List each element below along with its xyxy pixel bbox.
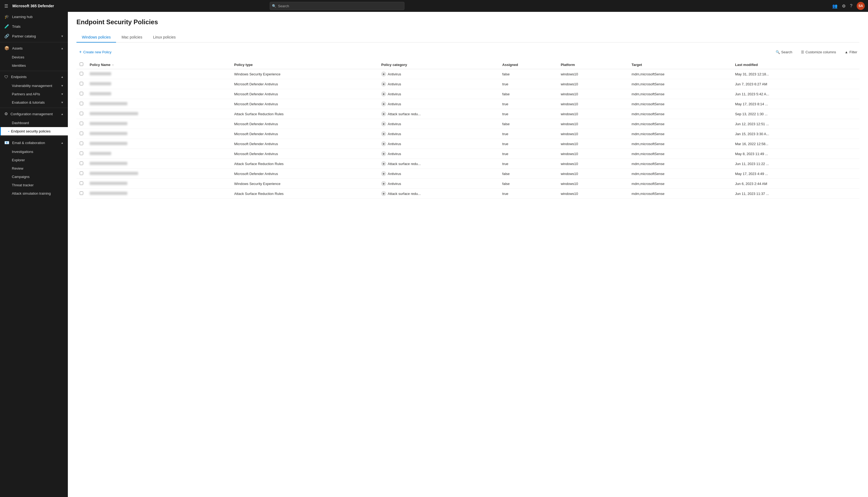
toolbar-right: 🔍 Search ☰ Customize columns ▲ Filter (773, 49, 859, 55)
row-checkbox-12[interactable] (80, 191, 83, 195)
table-row: Microsoft Defender Antivirus ◉ Antivirus… (76, 89, 859, 99)
row-checkbox-7[interactable] (80, 142, 83, 145)
row-checkbox-8[interactable] (80, 152, 83, 155)
filter-button[interactable]: ▲ Filter (842, 49, 859, 55)
policy-name-blurred (90, 132, 127, 135)
target-cell: mdm,microsoftSense (628, 109, 732, 119)
plus-icon: + (79, 49, 82, 54)
sidebar-item-dashboard[interactable]: Dashboard (0, 119, 68, 127)
row-checkbox-11[interactable] (80, 182, 83, 185)
toolbar-left: + Create new Policy (76, 48, 114, 56)
sidebar-item-threat-tracker[interactable]: Threat tracker (0, 181, 68, 189)
assigned-cell: false (499, 69, 558, 79)
sidebar-item-campaigns[interactable]: Campaigns (0, 173, 68, 181)
row-checkbox-cell (76, 169, 86, 179)
row-checkbox-6[interactable] (80, 132, 83, 135)
row-checkbox-cell (76, 89, 86, 99)
filter-icon: ▲ (844, 50, 848, 54)
sidebar-item-assets[interactable]: 📦 Assets ▲ (0, 43, 68, 53)
last-modified-cell: May 8, 2023 11:49 ... (732, 149, 859, 159)
row-checkbox-cell (76, 139, 86, 149)
search-input[interactable] (270, 2, 404, 10)
sidebar-item-explorer[interactable]: Explorer (0, 156, 68, 164)
sidebar-item-evaluation[interactable]: Evaluation & tutorials ▼ (0, 98, 68, 106)
table-row: Windows Security Experience ◉ Antivirus … (76, 179, 859, 189)
sidebar-item-identities[interactable]: Identities (0, 61, 68, 70)
table-header: Policy Name ↑ Policy type Policy categor… (76, 60, 859, 69)
evaluation-label: Evaluation & tutorials (12, 100, 45, 104)
policy-category-cell: ◉ Antivirus (378, 179, 499, 189)
target-cell: mdm,microsoftSense (628, 69, 732, 79)
sidebar-item-trials[interactable]: 🧪 Trials (0, 22, 68, 31)
policy-type-cell: Microsoft Defender Antivirus (231, 99, 378, 109)
category-label: Antivirus (388, 152, 401, 156)
sidebar-item-learning-hub[interactable]: 🎓 Learning hub (0, 12, 68, 22)
hamburger-menu[interactable]: ☰ (3, 2, 9, 10)
policy-category-cell: ◉ Antivirus (378, 139, 499, 149)
policy-name-blurred (90, 142, 127, 145)
assets-icon: 📦 (4, 46, 10, 51)
sidebar-divider-1 (0, 42, 68, 42)
policy-category-cell: ◉ Antivirus (378, 169, 499, 179)
last-modified-cell: Jun 11, 2023 11:37 ... (732, 189, 859, 199)
row-checkbox-2[interactable] (80, 92, 83, 95)
sidebar-item-config-management[interactable]: ⚙ Configuration management ▲ (0, 109, 68, 119)
sidebar-item-vulnerability[interactable]: Vulnerability management ▼ (0, 82, 68, 90)
category-label: Antivirus (388, 172, 401, 176)
sidebar-item-attack-simulation[interactable]: Attack simulation training (0, 189, 68, 198)
sidebar-item-email-collab[interactable]: 📧 Email & collaboration ▲ (0, 138, 68, 147)
sidebar-item-partners-apis[interactable]: Partners and APIs ▼ (0, 90, 68, 98)
row-checkbox-1[interactable] (80, 82, 83, 85)
sort-asc-icon: ↑ (112, 63, 114, 67)
help-icon[interactable]: ? (850, 3, 852, 8)
assigned-cell: false (499, 169, 558, 179)
row-checkbox-10[interactable] (80, 171, 83, 175)
row-checkbox-cell (76, 119, 86, 129)
assigned-cell: false (499, 119, 558, 129)
sidebar-item-partner-catalog[interactable]: 🔗 Partner catalog ▼ (0, 31, 68, 41)
target-cell: mdm,microsoftSense (628, 119, 732, 129)
settings-icon[interactable]: ⚙ (842, 3, 846, 9)
category-icon: ◉ (381, 151, 386, 156)
row-checkbox-cell (76, 189, 86, 199)
search-button[interactable]: 🔍 Search (773, 49, 795, 55)
tab-linux[interactable]: Linux policies (147, 32, 181, 43)
target-cell: mdm,microsoftSense (628, 159, 732, 169)
row-checkbox-5[interactable] (80, 122, 83, 125)
customize-columns-button[interactable]: ☰ Customize columns (799, 49, 838, 55)
sidebar-item-endpoints[interactable]: 🛡 Endpoints ▲ (0, 72, 68, 82)
assigned-cell: true (499, 109, 558, 119)
share-icon[interactable]: 👥 (832, 3, 838, 9)
table-row: Microsoft Defender Antivirus ◉ Antivirus… (76, 139, 859, 149)
assigned-cell: false (499, 179, 558, 189)
avatar[interactable]: SA (857, 2, 865, 10)
tab-mac[interactable]: Mac policies (116, 32, 147, 43)
sidebar-item-review[interactable]: Review (0, 164, 68, 173)
target-cell: mdm,microsoftSense (628, 139, 732, 149)
table-row: Windows Security Experience ◉ Antivirus … (76, 69, 859, 79)
create-policy-button[interactable]: + Create new Policy (76, 48, 114, 56)
target-cell: mdm,microsoftSense (628, 149, 732, 159)
sidebar-item-endpoint-security[interactable]: Endpoint security policies (0, 127, 68, 136)
row-checkbox-3[interactable] (80, 102, 83, 105)
row-checkbox-9[interactable] (80, 161, 83, 165)
platform-cell: windows10 (558, 179, 628, 189)
row-checkbox-4[interactable] (80, 112, 83, 115)
platform-cell: windows10 (558, 99, 628, 109)
assigned-cell: true (499, 159, 558, 169)
sidebar-item-label: Endpoints (11, 75, 27, 79)
policies-table: Policy Name ↑ Policy type Policy categor… (76, 60, 859, 199)
header-policy-name[interactable]: Policy Name ↑ (86, 60, 231, 69)
platform-cell: windows10 (558, 109, 628, 119)
policy-type-cell: Microsoft Defender Antivirus (231, 139, 378, 149)
tab-windows[interactable]: Windows policies (76, 32, 116, 43)
learning-hub-icon: 🎓 (4, 14, 10, 19)
sidebar-item-devices[interactable]: Devices (0, 53, 68, 61)
policy-type-cell: Windows Security Experience (231, 179, 378, 189)
policy-type-cell: Microsoft Defender Antivirus (231, 129, 378, 139)
select-all-checkbox[interactable] (80, 62, 83, 66)
sidebar-item-investigations[interactable]: Investigations (0, 147, 68, 156)
row-checkbox-0[interactable] (80, 72, 83, 75)
table-row: Microsoft Defender Antivirus ◉ Antivirus… (76, 149, 859, 159)
platform-cell: windows10 (558, 139, 628, 149)
